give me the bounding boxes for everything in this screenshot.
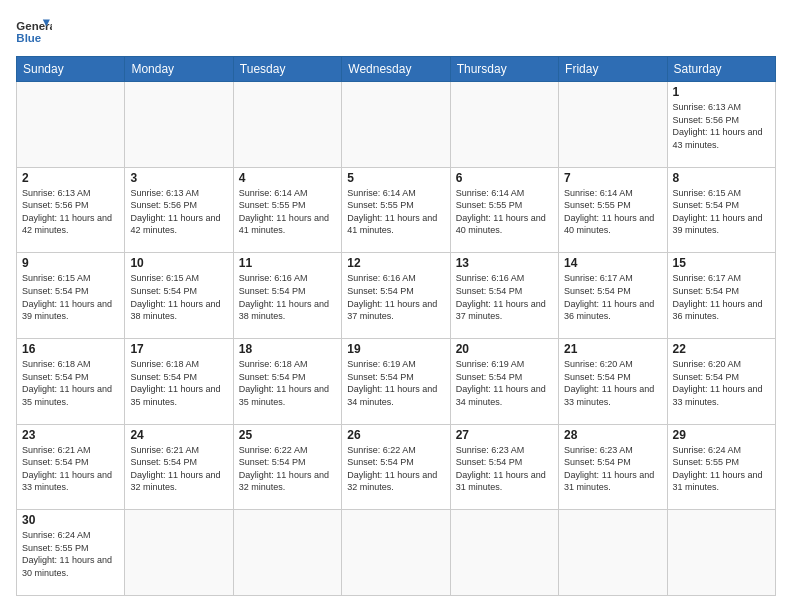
day-number: 12 [347,256,444,270]
day-number: 30 [22,513,119,527]
day-info: Sunrise: 6:17 AMSunset: 5:54 PMDaylight:… [673,272,770,322]
day-number: 9 [22,256,119,270]
calendar-cell: 16Sunrise: 6:18 AMSunset: 5:54 PMDayligh… [17,338,125,424]
day-number: 3 [130,171,227,185]
calendar-week-4: 16Sunrise: 6:18 AMSunset: 5:54 PMDayligh… [17,338,776,424]
day-number: 8 [673,171,770,185]
calendar-cell: 18Sunrise: 6:18 AMSunset: 5:54 PMDayligh… [233,338,341,424]
calendar-cell [559,510,667,596]
day-number: 11 [239,256,336,270]
day-number: 14 [564,256,661,270]
calendar-cell [17,82,125,168]
calendar-cell [559,82,667,168]
calendar-cell: 1Sunrise: 6:13 AMSunset: 5:56 PMDaylight… [667,82,775,168]
day-number: 29 [673,428,770,442]
calendar-cell: 19Sunrise: 6:19 AMSunset: 5:54 PMDayligh… [342,338,450,424]
calendar-cell: 11Sunrise: 6:16 AMSunset: 5:54 PMDayligh… [233,253,341,339]
header: General Blue [16,16,776,46]
day-info: Sunrise: 6:21 AMSunset: 5:54 PMDaylight:… [22,444,119,494]
calendar-cell: 28Sunrise: 6:23 AMSunset: 5:54 PMDayligh… [559,424,667,510]
day-number: 1 [673,85,770,99]
calendar-cell: 5Sunrise: 6:14 AMSunset: 5:55 PMDaylight… [342,167,450,253]
calendar-cell: 7Sunrise: 6:14 AMSunset: 5:55 PMDaylight… [559,167,667,253]
day-info: Sunrise: 6:16 AMSunset: 5:54 PMDaylight:… [239,272,336,322]
day-number: 22 [673,342,770,356]
calendar-header-row: SundayMondayTuesdayWednesdayThursdayFrid… [17,57,776,82]
calendar-cell [667,510,775,596]
day-info: Sunrise: 6:14 AMSunset: 5:55 PMDaylight:… [239,187,336,237]
day-number: 13 [456,256,553,270]
logo: General Blue [16,16,52,46]
calendar-week-5: 23Sunrise: 6:21 AMSunset: 5:54 PMDayligh… [17,424,776,510]
calendar-cell: 29Sunrise: 6:24 AMSunset: 5:55 PMDayligh… [667,424,775,510]
calendar-cell: 22Sunrise: 6:20 AMSunset: 5:54 PMDayligh… [667,338,775,424]
day-number: 24 [130,428,227,442]
calendar-cell [342,82,450,168]
day-number: 17 [130,342,227,356]
calendar-cell: 9Sunrise: 6:15 AMSunset: 5:54 PMDaylight… [17,253,125,339]
day-number: 25 [239,428,336,442]
calendar-cell: 27Sunrise: 6:23 AMSunset: 5:54 PMDayligh… [450,424,558,510]
day-info: Sunrise: 6:23 AMSunset: 5:54 PMDaylight:… [564,444,661,494]
day-number: 6 [456,171,553,185]
calendar-cell: 17Sunrise: 6:18 AMSunset: 5:54 PMDayligh… [125,338,233,424]
day-info: Sunrise: 6:20 AMSunset: 5:54 PMDaylight:… [564,358,661,408]
calendar-cell [342,510,450,596]
day-info: Sunrise: 6:24 AMSunset: 5:55 PMDaylight:… [22,529,119,579]
calendar-table: SundayMondayTuesdayWednesdayThursdayFrid… [16,56,776,596]
calendar-week-1: 1Sunrise: 6:13 AMSunset: 5:56 PMDaylight… [17,82,776,168]
calendar-cell [450,510,558,596]
day-info: Sunrise: 6:16 AMSunset: 5:54 PMDaylight:… [456,272,553,322]
day-info: Sunrise: 6:13 AMSunset: 5:56 PMDaylight:… [130,187,227,237]
day-info: Sunrise: 6:15 AMSunset: 5:54 PMDaylight:… [130,272,227,322]
day-info: Sunrise: 6:22 AMSunset: 5:54 PMDaylight:… [347,444,444,494]
calendar-cell [233,82,341,168]
day-info: Sunrise: 6:17 AMSunset: 5:54 PMDaylight:… [564,272,661,322]
calendar-cell: 6Sunrise: 6:14 AMSunset: 5:55 PMDaylight… [450,167,558,253]
day-info: Sunrise: 6:14 AMSunset: 5:55 PMDaylight:… [456,187,553,237]
calendar-week-6: 30Sunrise: 6:24 AMSunset: 5:55 PMDayligh… [17,510,776,596]
day-number: 7 [564,171,661,185]
day-info: Sunrise: 6:14 AMSunset: 5:55 PMDaylight:… [564,187,661,237]
day-info: Sunrise: 6:13 AMSunset: 5:56 PMDaylight:… [673,101,770,151]
day-number: 26 [347,428,444,442]
day-info: Sunrise: 6:23 AMSunset: 5:54 PMDaylight:… [456,444,553,494]
day-number: 19 [347,342,444,356]
day-info: Sunrise: 6:15 AMSunset: 5:54 PMDaylight:… [22,272,119,322]
day-info: Sunrise: 6:13 AMSunset: 5:56 PMDaylight:… [22,187,119,237]
day-number: 5 [347,171,444,185]
calendar-cell: 12Sunrise: 6:16 AMSunset: 5:54 PMDayligh… [342,253,450,339]
calendar-week-3: 9Sunrise: 6:15 AMSunset: 5:54 PMDaylight… [17,253,776,339]
calendar-cell: 26Sunrise: 6:22 AMSunset: 5:54 PMDayligh… [342,424,450,510]
day-info: Sunrise: 6:21 AMSunset: 5:54 PMDaylight:… [130,444,227,494]
page: General Blue SundayMondayTuesdayWednesda… [0,0,792,612]
calendar-cell: 10Sunrise: 6:15 AMSunset: 5:54 PMDayligh… [125,253,233,339]
day-info: Sunrise: 6:18 AMSunset: 5:54 PMDaylight:… [239,358,336,408]
calendar-header-thursday: Thursday [450,57,558,82]
calendar-cell: 2Sunrise: 6:13 AMSunset: 5:56 PMDaylight… [17,167,125,253]
calendar-cell: 20Sunrise: 6:19 AMSunset: 5:54 PMDayligh… [450,338,558,424]
day-number: 18 [239,342,336,356]
calendar-header-friday: Friday [559,57,667,82]
calendar-cell: 23Sunrise: 6:21 AMSunset: 5:54 PMDayligh… [17,424,125,510]
day-info: Sunrise: 6:16 AMSunset: 5:54 PMDaylight:… [347,272,444,322]
calendar-header-tuesday: Tuesday [233,57,341,82]
day-info: Sunrise: 6:22 AMSunset: 5:54 PMDaylight:… [239,444,336,494]
day-info: Sunrise: 6:20 AMSunset: 5:54 PMDaylight:… [673,358,770,408]
day-number: 2 [22,171,119,185]
day-info: Sunrise: 6:14 AMSunset: 5:55 PMDaylight:… [347,187,444,237]
day-number: 23 [22,428,119,442]
calendar-week-2: 2Sunrise: 6:13 AMSunset: 5:56 PMDaylight… [17,167,776,253]
calendar-cell [125,510,233,596]
calendar-cell: 30Sunrise: 6:24 AMSunset: 5:55 PMDayligh… [17,510,125,596]
calendar-cell: 21Sunrise: 6:20 AMSunset: 5:54 PMDayligh… [559,338,667,424]
day-info: Sunrise: 6:19 AMSunset: 5:54 PMDaylight:… [456,358,553,408]
calendar-cell: 4Sunrise: 6:14 AMSunset: 5:55 PMDaylight… [233,167,341,253]
day-number: 4 [239,171,336,185]
day-number: 10 [130,256,227,270]
day-info: Sunrise: 6:15 AMSunset: 5:54 PMDaylight:… [673,187,770,237]
calendar-cell [450,82,558,168]
calendar-header-saturday: Saturday [667,57,775,82]
calendar-header-monday: Monday [125,57,233,82]
day-number: 16 [22,342,119,356]
